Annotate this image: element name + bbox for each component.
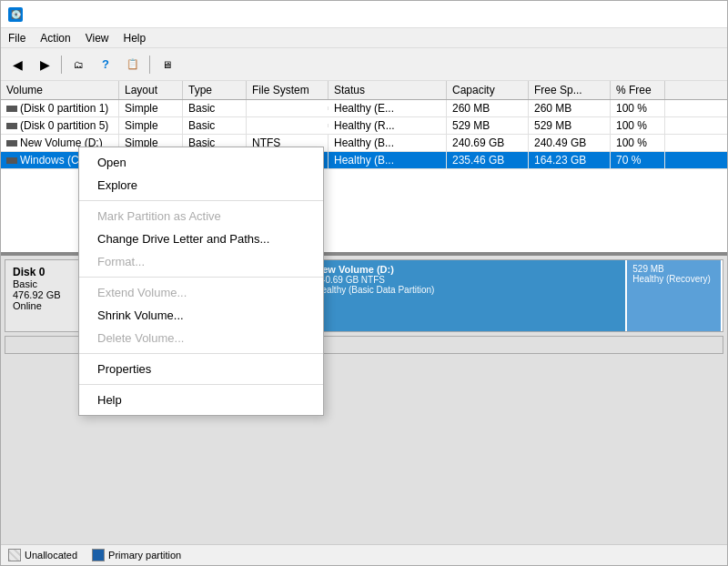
view-button[interactable]: 📋 [120,52,146,77]
partition-recovery-status: Healthy (Recovery) [632,274,715,284]
cell-capacity: 235.46 GB [447,152,529,168]
context-menu-item[interactable]: Open [79,151,323,174]
minimize-button[interactable] [591,1,632,28]
title-bar-left: 💽 [8,7,28,22]
cell-freesp: 260 MB [529,100,611,116]
cell-capacity: 260 MB [447,100,529,116]
disk-name: Disk 0 [13,266,79,278]
context-menu-separator [79,200,323,201]
cell-layout: Simple [119,100,183,116]
title-bar: 💽 [1,1,727,28]
disk-button[interactable]: 🖥 [154,52,179,77]
table-row[interactable]: (Disk 0 partition 5) Simple Basic Health… [1,117,727,135]
table-row[interactable]: (Disk 0 partition 1) Simple Basic Health… [1,100,727,117]
forward-button[interactable]: ▶ [32,52,57,77]
legend-primary-box [92,549,105,561]
table-header: Volume Layout Type File System Status Ca… [1,81,727,100]
menu-action[interactable]: Action [33,28,77,47]
partition-newvol[interactable]: New Volume (D:) 240.69 GB NTFS Healthy (… [309,260,627,331]
cell-volume: (Disk 0 partition 5) [1,117,119,134]
cell-pctfree: 100 % [611,135,665,151]
cell-pctfree: 100 % [611,100,665,116]
header-freesp: Free Sp... [529,81,611,99]
legend-primary-label: Primary partition [108,550,181,561]
cell-status: Healthy (R... [329,117,447,134]
menu-file[interactable]: File [1,28,33,47]
volume-icon [6,140,17,147]
main-window: 💽 File Action View Help ◀ ▶ 🗂 ? 📋 🖥 Volu… [0,0,728,566]
volume-icon [6,123,17,129]
cell-capacity: 240.69 GB [447,135,529,151]
help-button[interactable]: ? [93,52,118,77]
header-type: Type [183,81,247,99]
partition-recovery-size: 529 MB [632,264,715,274]
legend: Unallocated Primary partition [1,544,727,565]
cell-status: Healthy (B... [329,152,447,168]
cell-freesp: 240.49 GB [529,135,611,151]
cell-type: Basic [183,117,247,134]
cell-status: Healthy (E... [329,100,447,116]
context-menu-item: Extend Volume... [79,281,323,304]
context-menu-item[interactable]: Properties [79,358,323,380]
partition-recovery[interactable]: 529 MB Healthy (Recovery) [627,260,723,331]
context-menu-item[interactable]: Explore [79,174,323,197]
cell-capacity: 529 MB [447,117,529,134]
cell-freesp: 164.23 GB [529,152,611,168]
disk-status: Online [13,300,79,311]
context-menu-item: Mark Partition as Active [79,205,323,227]
menu-help[interactable]: Help [116,28,154,47]
header-volume: Volume [1,81,119,99]
cell-pctfree: 100 % [611,117,665,134]
context-menu-item[interactable]: Help [79,389,323,411]
menu-view[interactable]: View [78,28,116,47]
context-menu-item: Format... [79,250,323,273]
partition-newvol-size: 240.69 GB NTFS [315,275,620,285]
header-layout: Layout [119,81,183,99]
volume-icon [6,157,17,164]
open-button[interactable]: 🗂 [66,52,91,77]
partition-newvol-name: New Volume (D:) [315,264,620,275]
disk-type: Basic [13,278,79,289]
toolbar-separator-2 [149,56,150,74]
app-icon: 💽 [8,7,23,22]
legend-primary: Primary partition [92,549,181,561]
context-menu: OpenExploreMark Partition as ActiveChang… [78,147,324,416]
context-menu-separator [79,277,323,278]
cell-freesp: 529 MB [529,117,611,134]
back-button[interactable]: ◀ [5,52,30,77]
legend-unallocated: Unallocated [8,549,77,561]
context-menu-item[interactable]: Shrink Volume... [79,304,323,327]
header-pctfree: % Free [611,81,665,99]
partition-newvol-status: Healthy (Basic Data Partition) [315,285,620,295]
cell-pctfree: 70 % [611,152,665,168]
disk-size: 476.92 GB [13,289,79,300]
title-controls [591,1,720,28]
header-capacity: Capacity [447,81,529,99]
maximize-button[interactable] [634,1,676,28]
context-menu-separator [79,353,323,354]
toolbar: ◀ ▶ 🗂 ? 📋 🖥 [1,48,727,81]
volume-icon [6,106,17,112]
close-button[interactable] [678,1,720,28]
context-menu-item: Delete Volume... [79,327,323,349]
cell-volume: (Disk 0 partition 1) [1,100,119,116]
cell-type: Basic [183,100,247,116]
header-status: Status [329,81,447,99]
menu-bar: File Action View Help [1,28,727,48]
cell-fs [247,124,329,127]
cell-status: Healthy (B... [329,135,447,151]
disk-label-0: Disk 0 Basic 476.92 GB Online [5,260,87,331]
context-menu-separator [79,384,323,385]
context-menu-item[interactable]: Change Drive Letter and Paths... [79,227,323,250]
legend-unalloc-box [8,549,21,561]
toolbar-separator-1 [61,56,62,74]
legend-unalloc-label: Unallocated [25,550,77,561]
cell-layout: Simple [119,117,183,134]
cell-fs [247,106,329,110]
header-fs: File System [247,81,329,99]
